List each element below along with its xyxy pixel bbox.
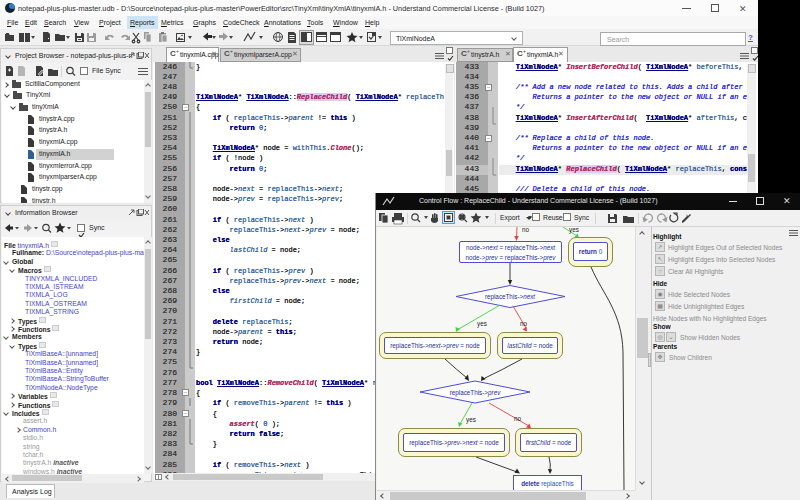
svg-text:replaceThis->next: replaceThis->next [485,293,535,301]
svg-text:no: no [514,415,522,422]
svg-text:no: no [520,320,528,327]
svg-text:replaceThis->prev: replaceThis->prev [450,389,501,397]
svg-text:no: no [522,227,530,233]
svg-text:yes: yes [477,320,487,328]
svg-text:yes: yes [466,416,476,424]
svg-text:yes: yes [569,227,579,234]
